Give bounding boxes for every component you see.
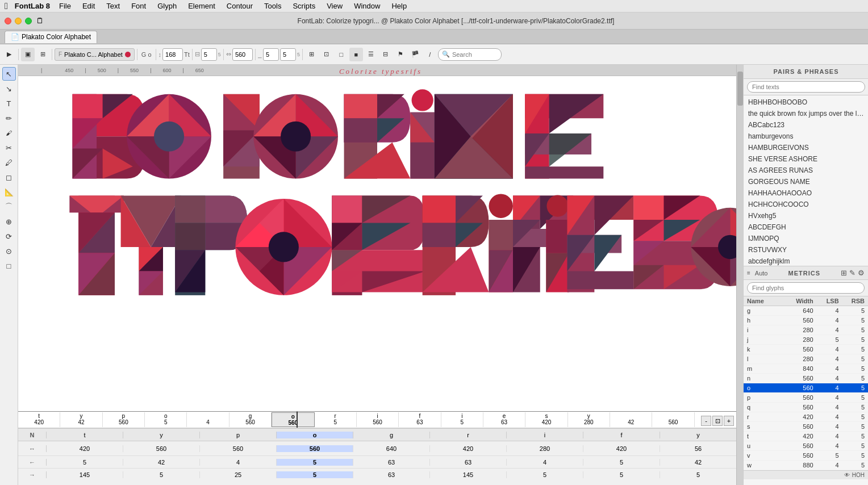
metrics-cell-rsb: 5 (842, 335, 868, 345)
metrics-row-j[interactable]: j 280 5 5 (744, 335, 868, 345)
metrics-settings-icon[interactable]: ⚙ (858, 269, 865, 277)
pairs-item-13[interactable]: RSTUVWXY (744, 244, 868, 256)
toolbar-btn-8[interactable]: 🏴 (408, 48, 422, 61)
find-glyphs-input[interactable] (747, 282, 865, 294)
pairs-item-1[interactable]: the quick brown fox jumps over the lazy … (744, 108, 868, 119)
select-tool[interactable]: ↘ (2, 82, 16, 95)
metrics-input1[interactable] (263, 48, 279, 61)
metrics-edit-icon[interactable]: ✎ (849, 269, 856, 277)
toolbar-btn-3[interactable]: □ (335, 48, 348, 61)
toolbar-btn-9[interactable]: / (423, 48, 437, 61)
pairs-item-4[interactable]: HAMBURGEIVONS (744, 142, 868, 153)
canvas-white[interactable] (18, 76, 736, 428)
menu-window[interactable]: Window (349, 2, 385, 10)
apple-menu[interactable]:  (5, 1, 8, 11)
pairs-item-9[interactable]: HCHHCOHCOOCO (744, 199, 868, 210)
menu-glyph[interactable]: Glyph (153, 2, 181, 10)
transform-tool[interactable]: ⟳ (2, 229, 16, 243)
pairs-item-8[interactable]: HAHHAAOHAOOAO (744, 187, 868, 199)
pairs-item-7[interactable]: GORGEOUS NAME (744, 176, 868, 187)
zoom-in-button[interactable]: + (724, 416, 734, 426)
toolbar-btn-4[interactable]: ■ (349, 48, 363, 61)
text-tool[interactable]: T (2, 97, 16, 110)
font-size-input[interactable] (162, 48, 183, 61)
toolbar-view-mode2[interactable]: ⊞ (36, 48, 49, 61)
metrics-row-w[interactable]: w 880 4 5 (744, 461, 868, 470)
metrics-input2[interactable] (280, 48, 296, 61)
metrics-row-h[interactable]: h 560 4 5 (744, 316, 868, 325)
paint-tool[interactable]: 🖊 (2, 156, 16, 169)
scrollbar-thumb[interactable] (737, 72, 743, 106)
pairs-item-6[interactable]: AS AGREES RUNAS (744, 165, 868, 176)
menu-text[interactable]: Text (102, 2, 124, 10)
menu-font[interactable]: Font (127, 2, 151, 10)
metrics-search-container (744, 280, 868, 296)
menu-help[interactable]: Help (387, 2, 411, 10)
metrics-row-n[interactable]: n 560 4 5 (744, 374, 868, 383)
metrics-row-p[interactable]: p 560 4 5 (744, 393, 868, 403)
glyph-label-p: p560 (103, 412, 145, 427)
metrics-row-q[interactable]: q 560 4 5 (744, 403, 868, 412)
bm-header-p: p (200, 432, 277, 438)
pairs-item-11[interactable]: ABCDEFGH (744, 221, 868, 233)
menu-element[interactable]: Element (183, 2, 220, 10)
metrics-row-v[interactable]: v 560 5 5 (744, 451, 868, 461)
toolbar-btn-7[interactable]: ⚑ (394, 48, 407, 61)
metrics-row-l[interactable]: l 280 4 5 (744, 354, 868, 364)
metrics-row-g[interactable]: g 640 4 5 (744, 306, 868, 316)
shape-tool[interactable]: ◻ (2, 170, 16, 184)
contour-tool[interactable]: ⌒ (2, 200, 16, 214)
pairs-item-12[interactable]: IJMNOPQ (744, 233, 868, 244)
menu-scripts[interactable]: Scripts (288, 2, 320, 10)
pairs-item-2[interactable]: ABCabc123 (744, 119, 868, 131)
pairs-item-14[interactable]: abcdefghijklm (744, 256, 868, 266)
menu-view[interactable]: View (322, 2, 347, 10)
brush-tool[interactable]: 🖌 (2, 126, 16, 140)
toolbar-btn-1[interactable]: ⊞ (305, 48, 319, 61)
canvas-area[interactable]: Colorize typesrifs |450 |500 |550 |600 |… (18, 65, 743, 485)
toolbar-view-mode1[interactable]: ▣ (21, 48, 35, 61)
toolbar-select-mode[interactable]: ▶ (2, 48, 16, 61)
pencil-tool[interactable]: ✏ (2, 111, 16, 125)
toolbar-btn-6[interactable]: ⊟ (379, 48, 393, 61)
toolbar-btn-5[interactable]: ☰ (364, 48, 378, 61)
menu-edit[interactable]: Edit (78, 2, 99, 10)
knife-tool[interactable]: ✂ (2, 141, 16, 154)
minimize-button[interactable] (15, 18, 22, 24)
anchor-tool[interactable]: ⊕ (2, 215, 16, 228)
pairs-item-5[interactable]: SHE VERSE ASHORE (744, 153, 868, 165)
metrics-grid-icon[interactable]: ⊞ (841, 269, 847, 277)
pairs-item-10[interactable]: HVxehg5 (744, 210, 868, 221)
toolbar-search-input[interactable] (452, 51, 498, 58)
metrics-row-t[interactable]: t 420 4 5 (744, 432, 868, 441)
tab-plakato[interactable]: 📄 Plakato Color Alphabet (5, 31, 97, 43)
metrics-row-k[interactable]: k 560 4 5 (744, 345, 868, 354)
space-input[interactable] (232, 48, 253, 61)
pointer-tool[interactable]: ↖ (2, 67, 16, 81)
zoom-tool[interactable]: ⊙ (2, 244, 16, 258)
zoom-fit-button[interactable]: ⊡ (712, 416, 723, 426)
app-name[interactable]: FontLab 8 (15, 2, 50, 10)
zoom-out-button[interactable]: - (701, 416, 711, 426)
metrics-row-i[interactable]: i 280 4 5 (744, 325, 868, 335)
metrics-row-o[interactable]: o 560 4 5 (744, 383, 868, 393)
rect-tool[interactable]: □ (2, 259, 16, 273)
kern-input[interactable] (201, 48, 217, 61)
metrics-row-r[interactable]: r 420 4 5 (744, 412, 868, 422)
pairs-item-3[interactable]: hamburgevons (744, 131, 868, 142)
metrics-row-s[interactable]: s 560 4 5 (744, 422, 868, 432)
menu-tools[interactable]: Tools (260, 2, 286, 10)
canvas-scrollbar-v[interactable] (736, 65, 743, 485)
menu-contour[interactable]: Contour (222, 2, 257, 10)
close-button[interactable] (5, 18, 11, 24)
menu-file[interactable]: File (55, 2, 76, 10)
measure-tool[interactable]: 📐 (2, 185, 16, 199)
metrics-row-m[interactable]: m 840 4 5 (744, 364, 868, 374)
fullscreen-button[interactable] (25, 18, 32, 24)
find-texts-input[interactable] (747, 81, 865, 93)
metrics-row-u[interactable]: u 560 4 5 (744, 441, 868, 451)
toolbar-btn-2[interactable]: ⊡ (320, 48, 333, 61)
pairs-item-0[interactable]: HBHHBOHBOOBO (744, 97, 868, 108)
font-selector[interactable]: F Plakato C... Alphabet (55, 48, 135, 61)
bm-row3-r: 145 (430, 471, 507, 478)
